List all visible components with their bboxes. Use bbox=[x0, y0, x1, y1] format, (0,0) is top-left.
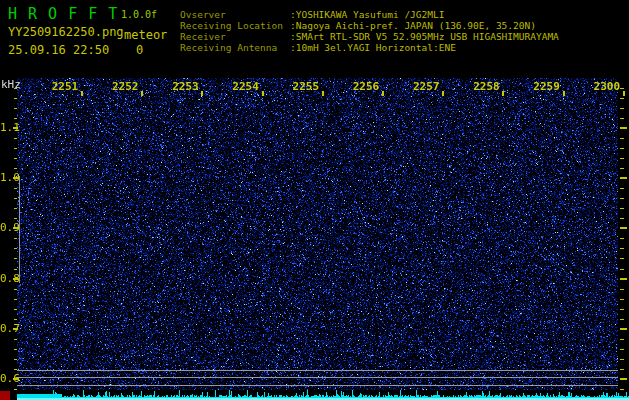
y-minor-tick-right bbox=[620, 248, 624, 249]
x-tick-label: 2255 bbox=[291, 80, 321, 93]
y-tick-label: 0.9 bbox=[0, 222, 13, 233]
x-tick bbox=[201, 91, 203, 96]
y-minor-tick-right bbox=[620, 258, 624, 259]
x-tick bbox=[141, 91, 143, 96]
y-minor-tick-right bbox=[620, 168, 624, 169]
y-minor-tick bbox=[14, 299, 17, 300]
app-version: 1.0.0f bbox=[121, 9, 157, 20]
y-minor-tick-right bbox=[620, 339, 624, 340]
date-time: 25.09.16 22:50 bbox=[8, 43, 109, 57]
y-tick-label: 1.0 bbox=[0, 172, 13, 183]
y-minor-tick bbox=[14, 168, 17, 169]
x-tick-label: 2253 bbox=[170, 80, 200, 93]
info-line: Ovserver:YOSHIKAWA Yasufumi /JG2MLI bbox=[180, 9, 559, 20]
x-tick-label: 2258 bbox=[471, 80, 501, 93]
y-minor-tick bbox=[14, 319, 17, 320]
y-minor-tick bbox=[14, 138, 17, 139]
y-minor-tick bbox=[14, 88, 17, 89]
y-minor-tick-right bbox=[620, 369, 624, 370]
x-tick bbox=[262, 91, 264, 96]
info-value: :YOSHIKAWA Yasufumi /JG2MLI bbox=[290, 9, 444, 20]
y-minor-tick-right bbox=[620, 118, 624, 119]
y-tick-label: 0.7 bbox=[0, 323, 13, 334]
y-minor-tick-right bbox=[620, 158, 624, 159]
y-minor-tick-right bbox=[620, 238, 624, 239]
info-label: Receiver bbox=[180, 31, 290, 42]
x-tick-label: 2259 bbox=[532, 80, 562, 93]
y-minor-tick-right bbox=[620, 188, 624, 189]
x-tick-label: 2251 bbox=[50, 80, 80, 93]
y-minor-tick bbox=[14, 118, 17, 119]
info-line: Receiving Antenna:10mH 3el.YAGI Horizont… bbox=[180, 42, 559, 53]
y-minor-tick-right bbox=[620, 148, 624, 149]
y-minor-tick-right bbox=[620, 208, 624, 209]
info-label: Receiving Antenna bbox=[180, 42, 290, 53]
y-minor-tick-right bbox=[620, 198, 624, 199]
y-minor-tick-right bbox=[620, 98, 624, 99]
y-major-tick bbox=[13, 127, 18, 129]
echo-count: 0 bbox=[136, 43, 143, 57]
y-minor-tick-right bbox=[620, 309, 624, 310]
y-minor-tick bbox=[14, 108, 17, 109]
info-line: Receiver:SMArt RTL-SDR V5 52.905MHz USB … bbox=[180, 31, 559, 42]
spectrogram-canvas bbox=[17, 78, 618, 390]
x-tick-label: 2254 bbox=[231, 80, 261, 93]
y-major-tick-right bbox=[620, 127, 627, 129]
y-minor-tick bbox=[14, 98, 17, 99]
x-tick-label: 2256 bbox=[351, 80, 381, 93]
y-major-tick bbox=[13, 177, 18, 179]
y-tick-label: 1.1 bbox=[0, 122, 13, 133]
y-minor-tick-right bbox=[620, 108, 624, 109]
y-minor-tick-right bbox=[620, 218, 624, 219]
x-tick bbox=[81, 91, 83, 96]
y-minor-tick bbox=[14, 198, 17, 199]
y-minor-tick bbox=[14, 238, 17, 239]
y-tick-label: 0.8 bbox=[0, 273, 13, 284]
x-tick bbox=[502, 91, 504, 96]
x-tick-label: 2257 bbox=[411, 80, 441, 93]
y-minor-tick bbox=[14, 188, 17, 189]
x-tick bbox=[563, 91, 565, 96]
y-minor-tick bbox=[14, 248, 17, 249]
signal-level-strip bbox=[17, 389, 629, 400]
reference-line-lower bbox=[17, 385, 618, 386]
y-minor-tick-right bbox=[620, 138, 624, 139]
y-minor-tick-right bbox=[620, 319, 624, 320]
y-major-tick-right bbox=[620, 227, 627, 229]
app-title: H R O F F T bbox=[8, 5, 118, 23]
y-minor-tick bbox=[14, 309, 17, 310]
y-minor-tick bbox=[14, 258, 17, 259]
info-label: Ovserver bbox=[180, 9, 290, 20]
y-minor-tick-right bbox=[620, 299, 624, 300]
band-marker-line bbox=[19, 176, 20, 283]
x-tick bbox=[442, 91, 444, 96]
info-line: Receiving Location:Nagoya Aichi-pref. JA… bbox=[180, 20, 559, 31]
y-minor-tick bbox=[14, 389, 17, 390]
y-minor-tick bbox=[14, 148, 17, 149]
y-minor-tick bbox=[14, 269, 17, 270]
y-minor-tick bbox=[14, 289, 17, 290]
info-value: :10mH 3el.YAGI Horizontal:ENE bbox=[290, 42, 456, 53]
reference-line-middle bbox=[17, 377, 618, 378]
x-tick bbox=[382, 91, 384, 96]
y-minor-tick-right bbox=[620, 389, 624, 390]
y-minor-tick bbox=[14, 208, 17, 209]
y-major-tick bbox=[13, 378, 18, 380]
y-major-tick bbox=[13, 227, 18, 229]
y-tick-label: 0.6 bbox=[0, 373, 13, 384]
y-minor-tick bbox=[14, 339, 17, 340]
output-filename: YY2509162250.png bbox=[8, 25, 124, 39]
y-minor-tick-right bbox=[620, 359, 624, 360]
receiver-info: Ovserver:YOSHIKAWA Yasufumi /JG2MLIRecei… bbox=[180, 9, 559, 53]
x-tick-label: 2300 bbox=[592, 80, 622, 93]
hrofft-window: H R O F F T 1.0.0f YY2509162250.png mete… bbox=[0, 0, 629, 400]
x-tick bbox=[322, 91, 324, 96]
level-indicator-block bbox=[0, 391, 10, 400]
mode-label: meteor bbox=[124, 28, 167, 42]
y-minor-tick bbox=[14, 349, 17, 350]
y-axis-unit: kHz bbox=[1, 78, 21, 91]
y-major-tick bbox=[13, 328, 18, 330]
y-major-tick-right bbox=[620, 378, 627, 380]
y-minor-tick bbox=[14, 218, 17, 219]
y-minor-tick bbox=[14, 359, 17, 360]
